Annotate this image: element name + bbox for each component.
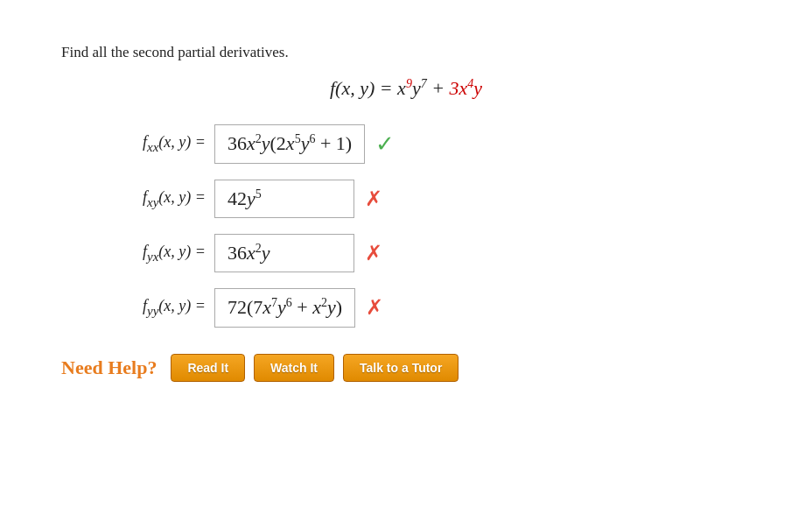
fyx-row: fyx(x, y) = 36x2y ✗	[61, 234, 751, 272]
fxx-answer-box: 36x2y(2x5y6 + 1)	[214, 124, 365, 163]
fyy-cross-icon: ✗	[366, 295, 383, 320]
fyx-answer-box: 36x2y	[214, 234, 354, 272]
fxx-check-icon: ✓	[375, 130, 395, 158]
problem-statement: Find all the second partial derivatives.	[61, 44, 751, 61]
fxy-label: fxy(x, y) =	[61, 188, 214, 210]
fxy-cross-icon: ✗	[365, 187, 382, 211]
need-help-label: Need Help?	[61, 356, 157, 379]
help-row: Need Help? Read It Watch It Talk to a Tu…	[61, 354, 751, 382]
fyx-cross-icon: ✗	[365, 241, 382, 265]
fxy-answer-box: 42y5	[214, 180, 354, 218]
fyy-answer-box: 72(7x7y6 + x2y)	[214, 288, 355, 327]
fyy-label: fyy(x, y) =	[61, 297, 214, 319]
fyy-row: fyy(x, y) = 72(7x7y6 + x2y) ✗	[61, 288, 751, 327]
fyx-label: fyx(x, y) =	[61, 243, 214, 265]
fxy-row: fxy(x, y) = 42y5 ✗	[61, 180, 751, 218]
watch-it-button[interactable]: Watch It	[254, 354, 334, 382]
read-it-button[interactable]: Read It	[171, 354, 245, 382]
fxx-label: fxx(x, y) =	[61, 133, 214, 155]
talk-to-tutor-button[interactable]: Talk to a Tutor	[343, 354, 458, 382]
fxx-row: fxx(x, y) = 36x2y(2x5y6 + 1) ✓	[61, 124, 751, 163]
function-definition: f(x, y) = x9y7 + 3x4y	[61, 77, 751, 100]
main-container: Find all the second partial derivatives.…	[18, 18, 794, 522]
